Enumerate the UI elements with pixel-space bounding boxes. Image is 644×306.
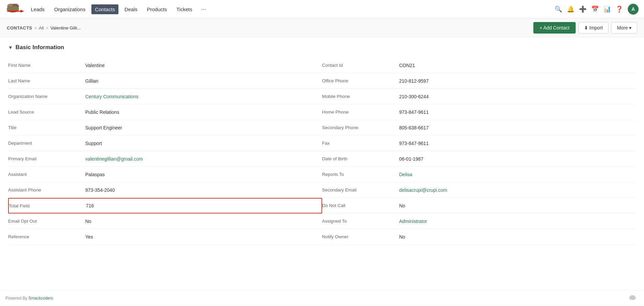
- left-field-row: Last NameGillian: [8, 73, 322, 89]
- right-field-row: Secondary Emaildelisacrupi@crupi.com: [322, 182, 636, 198]
- svg-marker-5: [21, 10, 24, 13]
- right-column: Contact IdCON21Office Phone210-812-9597M…: [322, 58, 636, 245]
- field-value: 973-847-9611: [397, 107, 636, 117]
- field-value: No: [397, 232, 636, 242]
- breadcrumb-root[interactable]: CONTACTS: [7, 25, 32, 30]
- nav-contacts[interactable]: Contacts: [91, 4, 118, 14]
- field-label: Secondary Email: [322, 185, 397, 195]
- nav-products[interactable]: Products: [143, 4, 170, 14]
- field-label: Home Phone: [322, 107, 397, 117]
- form-grid: First NameValentineLast NameGillianOrgan…: [8, 58, 636, 245]
- breadcrumb-sep2: >: [46, 25, 48, 30]
- breadcrumb-sep1: >: [34, 25, 37, 30]
- import-button[interactable]: ⬇ Import: [578, 22, 609, 34]
- field-value: Support: [83, 139, 322, 148]
- field-label: Department: [8, 139, 83, 148]
- field-label: Reference: [8, 232, 83, 241]
- main-content: ▼ Basic Information First NameValentineL…: [0, 37, 644, 251]
- plus-icon[interactable]: ➕: [579, 5, 586, 13]
- field-label: First Name: [8, 61, 83, 70]
- field-label: Fax: [322, 139, 397, 148]
- left-field-row: Organization NameCentury Communications: [8, 89, 322, 104]
- right-field-row: Secondary Phone805-638-6617: [322, 120, 636, 136]
- right-field-row: Date of Birth06-01-1987: [322, 151, 636, 167]
- nav-organizations[interactable]: Organizations: [51, 4, 89, 14]
- field-value: CON21: [397, 61, 636, 70]
- section-title: Basic Information: [16, 44, 64, 51]
- left-field-row: AssistantPalaspas: [8, 167, 322, 182]
- left-field-row: ReferenceYes: [8, 229, 322, 245]
- left-field-row: TitleSupport Engineer: [8, 120, 322, 136]
- field-label: Mobile Phone: [322, 92, 397, 101]
- field-value[interactable]: valentinegillian@gmail.com: [83, 154, 322, 164]
- field-label: Last Name: [8, 76, 83, 85]
- left-field-row: Assistant Phone973-354-2040: [8, 182, 322, 198]
- section-header: ▼ Basic Information: [8, 44, 636, 51]
- field-label: Office Phone: [322, 76, 397, 85]
- field-label: Secondary Phone: [322, 123, 397, 132]
- breadcrumb: CONTACTS > All > Valentine Gilli...: [7, 25, 81, 30]
- field-value: No: [83, 217, 322, 226]
- field-value[interactable]: delisacrupi@crupi.com: [397, 185, 636, 195]
- right-field-row: Fax973-847-9611: [322, 136, 636, 151]
- left-field-row: First NameValentine: [8, 58, 322, 73]
- right-field-row: Do Not CallNo: [322, 198, 636, 213]
- left-field-row: Email Opt OutNo: [8, 213, 322, 229]
- section-toggle[interactable]: ▼: [8, 45, 13, 50]
- field-label: Assistant Phone: [8, 185, 83, 195]
- field-value: Public Relations: [83, 107, 322, 117]
- field-label: Lead Source: [8, 107, 83, 117]
- field-value: 973-847-9611: [397, 139, 636, 148]
- field-value: 716: [83, 201, 321, 210]
- nav-leads[interactable]: Leads: [27, 4, 48, 14]
- help-icon[interactable]: ❓: [616, 5, 623, 13]
- field-value: 805-638-6617: [397, 123, 636, 132]
- right-field-row: Contact IdCON21: [322, 58, 636, 73]
- field-label: Organization Name: [8, 92, 83, 101]
- right-field-row: Reports ToDelisa: [322, 167, 636, 182]
- field-label: Total Field: [9, 201, 83, 210]
- field-label: Title: [8, 123, 83, 132]
- right-field-row: Notify OwnerNo: [322, 229, 636, 245]
- field-label: Assigned To: [322, 217, 397, 226]
- left-field-row: Primary Emailvalentinegillian@gmail.com: [8, 151, 322, 167]
- add-contact-button[interactable]: + Add Contact: [533, 22, 575, 34]
- nav-icon-group: 🔍 🔔 ➕ 📅 📊 ❓ A: [555, 4, 639, 15]
- field-value[interactable]: Century Communications: [83, 92, 322, 101]
- right-field-row: Home Phone973-847-9611: [322, 104, 636, 120]
- field-value: Yes: [83, 232, 322, 242]
- more-button[interactable]: More ▾: [611, 22, 637, 34]
- field-value[interactable]: Delisa: [397, 170, 636, 179]
- field-value: 210-300-6244: [397, 92, 636, 101]
- nav-deals[interactable]: Deals: [121, 4, 141, 14]
- field-label: Primary Email: [8, 154, 83, 163]
- breadcrumb-current: Valentine Gilli...: [50, 25, 81, 30]
- left-field-row: Lead SourcePublic Relations: [8, 104, 322, 120]
- field-label: Email Opt Out: [8, 217, 83, 226]
- calendar-icon[interactable]: 📅: [591, 5, 599, 13]
- right-field-row: Mobile Phone210-300-6244: [322, 89, 636, 104]
- chart-icon[interactable]: 📊: [603, 5, 611, 13]
- left-field-row: DepartmentSupport: [8, 136, 322, 151]
- nav-links: Leads Organizations Contacts Deals Produ…: [27, 4, 555, 14]
- field-label: Notify Owner: [322, 232, 397, 241]
- field-label: Do Not Call: [322, 201, 397, 210]
- field-value: 973-354-2040: [83, 185, 322, 195]
- field-label: Assistant: [8, 170, 83, 179]
- field-value: Valentine: [83, 61, 322, 70]
- right-field-row: Assigned ToAdministrator: [322, 213, 636, 229]
- right-field-row: Office Phone210-812-9597: [322, 73, 636, 89]
- app-logo: [5, 2, 24, 17]
- nav-more-icon[interactable]: ···: [198, 4, 209, 14]
- field-value: Gillian: [83, 76, 322, 86]
- breadcrumb-all[interactable]: All: [39, 25, 44, 30]
- left-field-row: Total Field716: [8, 198, 322, 213]
- field-value[interactable]: Administrator: [397, 217, 636, 226]
- field-value: Palaspas: [83, 170, 322, 179]
- field-label: Reports To: [322, 170, 397, 179]
- top-navigation: Leads Organizations Contacts Deals Produ…: [0, 0, 644, 19]
- nav-tickets[interactable]: Tickets: [173, 4, 196, 14]
- search-icon[interactable]: 🔍: [555, 5, 562, 13]
- bell-icon[interactable]: 🔔: [567, 5, 574, 13]
- user-avatar[interactable]: A: [628, 4, 639, 15]
